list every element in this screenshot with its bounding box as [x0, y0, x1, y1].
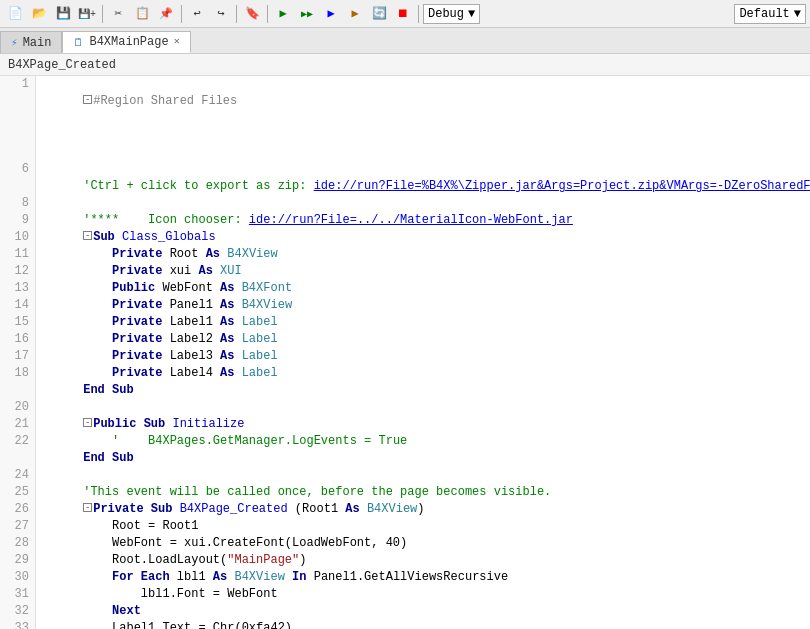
default-chevron: ▼ [794, 7, 801, 21]
code-indent-13 [83, 298, 112, 312]
tab-main[interactable]: ⚡ Main [0, 31, 62, 53]
code-plain-29: lbl1 [170, 570, 213, 584]
new-file-btn[interactable]: 📄 [4, 3, 26, 25]
code-type-17: Label [242, 366, 278, 380]
code-space-16 [234, 349, 241, 363]
code-kw-private-14: Private [112, 315, 162, 329]
code-line-19 [40, 382, 806, 399]
main-tab-label: Main [23, 36, 52, 50]
code-region-1: #Region Shared Files [93, 94, 237, 108]
undo-btn[interactable]: ↩ [186, 3, 208, 25]
code-kw-private-25: Private Sub [93, 502, 172, 516]
code-kw-as-15: As [220, 332, 234, 346]
code-type-15: Label [242, 332, 278, 346]
stop-btn[interactable]: ⏹ [392, 3, 414, 25]
code-indent-21 [83, 434, 112, 448]
code-kw-end-18: End Sub [83, 383, 133, 397]
code-kw-as-11: As [198, 264, 212, 278]
ln-17: 17 [6, 348, 29, 365]
fold-1[interactable]: - [83, 95, 92, 104]
tab-close-btn[interactable]: ✕ [174, 37, 180, 47]
code-plain3-29: Panel1.GetAllViewsRecursive [307, 570, 509, 584]
run-btn[interactable]: ▶ [272, 3, 294, 25]
code-plain-16: Label3 [162, 349, 220, 363]
code-kw-public-12: Public [112, 281, 155, 295]
b4x-tab-label: B4XMainPage [89, 35, 168, 49]
code-editor: 1 2 3 4 5 6 7 8 9 10 11 12 13 14 15 16 1… [0, 76, 810, 629]
default-dropdown[interactable]: Default ▼ [734, 4, 806, 24]
code-comment-8a: '**** Icon chooser: [83, 213, 249, 227]
code-indent-31 [83, 604, 112, 618]
code-type-13: B4XView [242, 298, 292, 312]
code-classglob-9: Class_Globals [122, 230, 216, 244]
code-plain2-29 [285, 570, 292, 584]
cut-btn[interactable]: ✂ [107, 3, 129, 25]
ln-12: 12 [6, 263, 29, 280]
tab-b4xmainpage[interactable]: 🗒 B4XMainPage ✕ [62, 31, 190, 53]
code-plain-14: Label1 [162, 315, 220, 329]
code-line-5 [40, 144, 806, 161]
save-btn[interactable]: 💾 [52, 3, 74, 25]
open-btn[interactable]: 📂 [28, 3, 50, 25]
run4-btn[interactable]: ▶ [344, 3, 366, 25]
code-line-8: '**** Icon chooser: ide://run?File=../..… [40, 195, 806, 212]
debug-dropdown[interactable]: Debug ▼ [423, 4, 480, 24]
code-line-20: -Public Sub Initialize [40, 399, 806, 416]
code-line-24: 'This event will be called once, before … [40, 467, 806, 484]
code-space-12 [234, 281, 241, 295]
fold-25[interactable]: - [83, 503, 92, 512]
code-link-8[interactable]: ide://run?File=../../MaterialIcon-WebFon… [249, 213, 573, 227]
breadcrumb-text: B4XPage_Created [8, 58, 116, 72]
code-line-4 [40, 127, 806, 144]
ln-1: 1 [6, 76, 29, 93]
code-kw-as-14: As [220, 315, 234, 329]
code-indent-27: WebFont = xui.CreateFont(LoadWebFont, 40… [83, 536, 407, 550]
debug-label: Debug [428, 7, 464, 21]
run2-btn[interactable]: ▶▶ [296, 3, 318, 25]
code-comment-6: 'Ctrl + click to export as zip: [83, 179, 313, 193]
code-plain-25: (Root1 [288, 502, 346, 516]
save-all-btn[interactable]: 💾+ [76, 3, 98, 25]
ln-7: 7 [6, 178, 29, 195]
ln-19: 19 [6, 382, 29, 399]
fold-20[interactable]: - [83, 418, 92, 427]
code-comment-21: ' B4XPages.GetManager.LogEvents = True [112, 434, 407, 448]
ln-10: 10 [6, 229, 29, 246]
sep1 [102, 5, 103, 23]
code-link-6[interactable]: ide://run?File=%B4X%\Zipper.jar&Args=Pro… [314, 179, 810, 193]
code-content[interactable]: -#Region Shared Files 'Ctrl + click to e… [36, 76, 810, 629]
sep4 [267, 5, 268, 23]
copy-btn[interactable]: 📋 [131, 3, 153, 25]
refresh-btn[interactable]: 🔄 [368, 3, 390, 25]
ln-22: 22 [6, 433, 29, 450]
ln-2: 2 [6, 93, 29, 110]
code-indent-15 [83, 332, 112, 346]
code-kw-end-22: End Sub [83, 451, 133, 465]
bookmark-btn[interactable]: 🔖 [241, 3, 263, 25]
code-indent-28: Root.LoadLayout( [83, 553, 227, 567]
sep2 [181, 5, 182, 23]
ln-25: 25 [6, 484, 29, 501]
code-indent-11 [83, 264, 112, 278]
ln-30: 30 [6, 569, 29, 586]
code-subname-20: Initialize [172, 417, 244, 431]
ln-28: 28 [6, 535, 29, 552]
code-kw-public-20: Public Sub [93, 417, 165, 431]
ln-5: 5 [6, 144, 29, 161]
redo-btn[interactable]: ↪ [210, 3, 232, 25]
line-numbers: 1 2 3 4 5 6 7 8 9 10 11 12 13 14 15 16 1… [0, 76, 36, 629]
code-paren-25: ) [417, 502, 424, 516]
code-space-25 [172, 502, 179, 516]
code-type-25: B4XView [367, 502, 417, 516]
run3-btn[interactable]: ▶ [320, 3, 342, 25]
fold-9[interactable]: - [83, 231, 92, 240]
ln-18: 18 [6, 365, 29, 382]
ln-11: 11 [6, 246, 29, 263]
code-plain-28: ) [299, 553, 306, 567]
ln-24: 24 [6, 467, 29, 484]
paste-btn[interactable]: 📌 [155, 3, 177, 25]
code-type-10: B4XView [227, 247, 277, 261]
ln-21: 21 [6, 416, 29, 433]
ln-15: 15 [6, 314, 29, 331]
ln-32: 32 [6, 603, 29, 620]
